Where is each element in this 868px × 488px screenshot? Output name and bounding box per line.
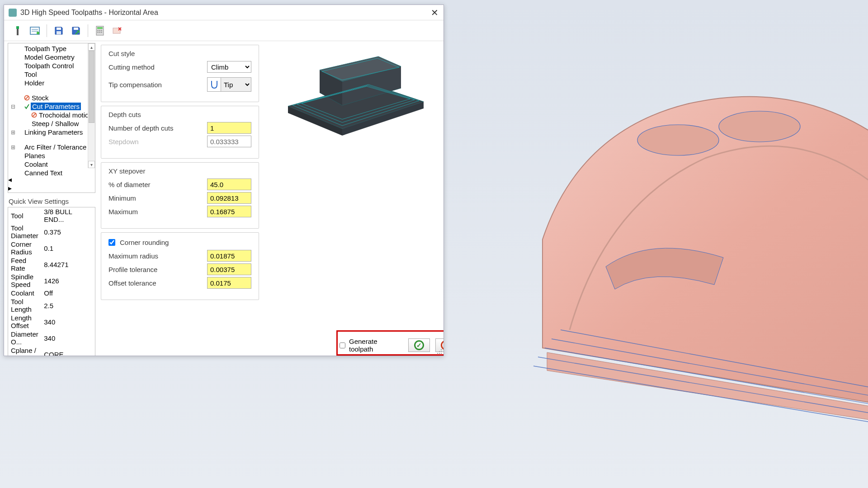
tree-node[interactable]: Tool [8,70,95,79]
tree-node-label: Stock [31,94,50,102]
edited-icon [24,103,30,110]
xy-stepover-group: XY stepover % of diameter Minimum Maximu… [101,162,259,229]
tree-node[interactable]: Toolpath Type [8,44,95,53]
depth-cuts-group: Depth cuts Number of depth cuts Stepdown [101,106,259,159]
quick-view-row: Spindle Speed1426 [8,272,95,289]
svg-point-1 [719,111,800,142]
cut-style-group: Cut style Cutting method Climb Tip compe… [101,45,259,102]
tree-node-label: Toolpath Control [24,62,75,70]
tree-node[interactable]: Planes [8,151,95,160]
disabled-icon [31,112,37,118]
dialog-toolbar [4,20,443,41]
svg-rect-17 [99,32,100,33]
svg-rect-18 [101,32,102,33]
tree-node[interactable]: Steep / Shallow [8,119,95,128]
quick-view-table: Tool3/8 BULL END...Tool Diameter0.375Cor… [8,207,95,356]
tree-node-label: Canned Text [24,169,63,175]
maximum-label: Maximum [108,208,203,216]
tree-node[interactable]: Coolant [8,160,95,169]
quick-view-row: Diameter O...340 [8,330,95,346]
pct-diameter-input[interactable] [207,178,251,190]
tree-node[interactable]: Holder [8,79,95,87]
tree-node-label: Toolpath Type [24,45,67,52]
tree-node-label: Trochoidal motion [38,111,94,119]
svg-line-21 [25,96,28,99]
stepdown-input [207,136,251,147]
tip-icon [208,78,221,91]
minimum-label: Minimum [108,194,203,202]
dialog-title: 3D High Speed Toolpaths - Horizontal Are… [20,9,425,17]
tree-node[interactable]: Toolpath Control [8,61,95,70]
tree-node-label: Steep / Shallow [31,120,80,127]
tree-node-label: Linking Parameters [24,128,84,136]
tree-vscrollbar[interactable]: ▴ ▾ [88,43,95,168]
tip-compensation-select[interactable]: Tip [207,77,251,92]
svg-rect-9 [57,31,61,34]
pct-diameter-label: % of diameter [108,181,203,188]
toolbar-wizard-icon[interactable] [10,23,25,38]
max-radius-input[interactable] [207,250,251,262]
num-depth-cuts-input[interactable] [207,122,251,134]
toolpath-dialog: 3D High Speed Toolpaths - Horizontal Are… [4,5,444,356]
svg-rect-41 [439,353,440,354]
viewport-3d-model [488,59,868,429]
tree-hscrollbar[interactable]: ◂▸ [8,175,95,192]
quick-view-row: Length Offset340 [8,314,95,330]
profile-tolerance-input[interactable] [207,263,251,275]
generate-toolpath-checkbox[interactable] [340,342,345,349]
tree-node-label: Holder [24,79,45,87]
svg-point-7 [37,32,39,34]
tree-node[interactable]: Model Geometry [8,53,95,61]
svg-rect-40 [437,353,438,354]
tree-node-label: Cut Parameters [31,103,81,110]
minimum-input[interactable] [207,192,251,204]
svg-rect-16 [97,32,99,33]
maximum-input[interactable] [207,206,251,217]
svg-rect-38 [439,351,440,352]
corner-rounding-group: Corner rounding Maximum radius Profile t… [101,232,259,300]
toolbar-save-icon[interactable] [52,23,66,38]
cutting-method-select[interactable]: Climb [207,61,251,73]
quick-view-row: Corner Radius0.1 [8,240,95,256]
ok-button[interactable]: ✓ [408,338,429,352]
resize-grip-icon[interactable] [436,348,443,355]
offset-tolerance-input[interactable] [207,277,251,289]
max-radius-label: Maximum radius [108,252,203,260]
toolbar-save-as-icon[interactable] [69,23,83,38]
tree-node[interactable]: ⊞Arc Filter / Tolerance [8,143,95,151]
tree-node[interactable]: Trochoidal motion [8,111,95,119]
svg-rect-14 [99,30,100,31]
parameter-tree[interactable]: ▴ ▾ Toolpath TypeModel GeometryToolpath … [8,43,95,175]
svg-rect-12 [97,27,103,29]
num-depth-cuts-label: Number of depth cuts [108,124,203,132]
tree-node-label: Tool [24,70,38,78]
offset-tolerance-label: Offset tolerance [108,279,203,287]
svg-rect-3 [17,29,19,35]
quick-view-row: Cplane / Tpl...CORE [8,346,95,356]
toolbar-delete-icon[interactable] [110,23,124,38]
tree-node-label: Coolant [24,160,49,168]
tree-node[interactable]: ⊟Cut Parameters [8,102,95,111]
svg-rect-15 [101,30,102,31]
svg-rect-10 [74,28,78,30]
toolbar-list-icon[interactable] [28,23,42,38]
corner-rounding-label: Corner rounding [120,239,169,246]
stepdown-label: Stepdown [108,138,203,145]
disabled-icon [24,95,30,101]
quick-view-row: Feed Rate8.44271 [8,256,95,272]
tree-node-label: Model Geometry [24,53,75,61]
quick-view-row: Tool Diameter0.375 [8,224,95,240]
quick-view-title: Quick View Settings [9,197,95,205]
cutting-method-label: Cutting method [108,63,203,71]
tree-node[interactable]: ⊞Linking Parameters [8,128,95,136]
toolbar-calculator-icon[interactable] [93,23,107,38]
corner-rounding-checkbox[interactable] [108,239,115,246]
tree-node-label: Planes [24,152,46,160]
tree-node[interactable]: Stock [8,94,95,102]
tree-node[interactable]: Canned Text [8,169,95,175]
svg-rect-39 [441,351,442,352]
profile-tolerance-label: Profile tolerance [108,266,203,273]
close-button[interactable]: ✕ [425,5,443,20]
toolpath-preview-image [270,47,442,138]
quick-view-row: Tool Length2.5 [8,297,95,314]
